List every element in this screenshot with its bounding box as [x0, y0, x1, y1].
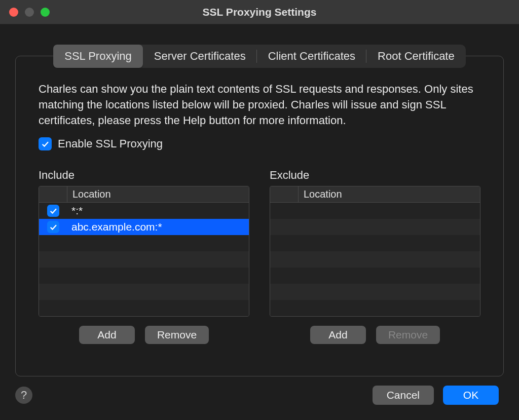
footer: ? Cancel OK	[15, 376, 504, 410]
table-row[interactable]	[39, 300, 249, 316]
tab-client-certificates[interactable]: Client Certificates	[257, 45, 366, 68]
row-checkbox-cell	[39, 221, 67, 233]
content: SSL Proxying Server Certificates Client …	[0, 24, 519, 420]
include-buttons: Add Remove	[39, 326, 249, 344]
close-icon[interactable]	[9, 8, 18, 17]
include-header: Location	[39, 186, 249, 203]
row-location: *:*	[67, 205, 249, 217]
exclude-title: Exclude	[270, 169, 480, 182]
tab-root-certificate[interactable]: Root Certificate	[366, 45, 466, 68]
enable-row: Enable SSL Proxying	[39, 137, 480, 150]
exclude-table: Location	[270, 186, 480, 317]
table-row[interactable]	[39, 251, 249, 268]
help-button[interactable]: ?	[15, 387, 32, 404]
exclude-header-location: Location	[299, 188, 480, 200]
exclude-header-checkbox-col	[270, 186, 299, 202]
row-location: abc.example.com:*	[67, 221, 249, 233]
table-row[interactable]	[270, 300, 480, 316]
table-row[interactable]: abc.example.com:*	[39, 219, 249, 235]
include-remove-button[interactable]: Remove	[145, 326, 209, 344]
exclude-add-button[interactable]: Add	[310, 326, 366, 344]
table-row[interactable]	[270, 251, 480, 268]
tab-server-certificates[interactable]: Server Certificates	[143, 45, 257, 68]
exclude-body	[270, 203, 480, 316]
minimize-icon	[25, 8, 34, 17]
zoom-icon[interactable]	[41, 8, 50, 17]
titlebar: SSL Proxying Settings	[0, 0, 519, 24]
cancel-button[interactable]: Cancel	[373, 386, 434, 405]
include-title: Include	[39, 169, 249, 182]
table-row[interactable]	[270, 203, 480, 219]
row-checkbox[interactable]	[47, 221, 59, 233]
check-icon	[49, 206, 58, 215]
table-row[interactable]	[39, 235, 249, 251]
table-row[interactable]	[39, 284, 249, 300]
row-checkbox[interactable]	[47, 205, 59, 217]
table-row[interactable]	[270, 219, 480, 235]
table-row[interactable]	[270, 268, 480, 284]
window-title: SSL Proxying Settings	[203, 6, 317, 18]
table-row[interactable]	[270, 284, 480, 300]
check-icon	[49, 222, 58, 232]
include-body: *:*abc.example.com:*	[39, 203, 249, 316]
ok-button[interactable]: OK	[443, 386, 499, 405]
table-row[interactable]: *:*	[39, 203, 249, 219]
exclude-buttons: Add Remove	[270, 326, 480, 344]
include-header-checkbox-col	[39, 186, 67, 202]
tab-ssl-proxying[interactable]: SSL Proxying	[53, 45, 142, 68]
table-row[interactable]	[270, 235, 480, 251]
panel: Charles can show you the plain text cont…	[15, 56, 504, 376]
lists: Include Location *:*abc.example.com:* Ad…	[39, 169, 480, 344]
tabbar: SSL Proxying Server Certificates Client …	[15, 45, 504, 68]
row-checkbox-cell	[39, 205, 67, 217]
exclude-column: Exclude Location Add Remove	[270, 169, 480, 344]
exclude-remove-button[interactable]: Remove	[376, 326, 440, 344]
enable-ssl-checkbox[interactable]	[39, 137, 52, 150]
check-icon	[41, 139, 50, 148]
table-row[interactable]	[39, 268, 249, 284]
exclude-header: Location	[270, 186, 480, 203]
footer-buttons: Cancel OK	[373, 386, 499, 405]
include-table: Location *:*abc.example.com:*	[39, 186, 249, 317]
include-header-location: Location	[67, 188, 249, 200]
tabs: SSL Proxying Server Certificates Client …	[53, 45, 465, 68]
include-add-button[interactable]: Add	[79, 326, 135, 344]
enable-ssl-label: Enable SSL Proxying	[58, 137, 163, 150]
traffic-lights	[9, 8, 50, 17]
include-column: Include Location *:*abc.example.com:* Ad…	[39, 169, 249, 344]
description-text: Charles can show you the plain text cont…	[39, 82, 480, 128]
